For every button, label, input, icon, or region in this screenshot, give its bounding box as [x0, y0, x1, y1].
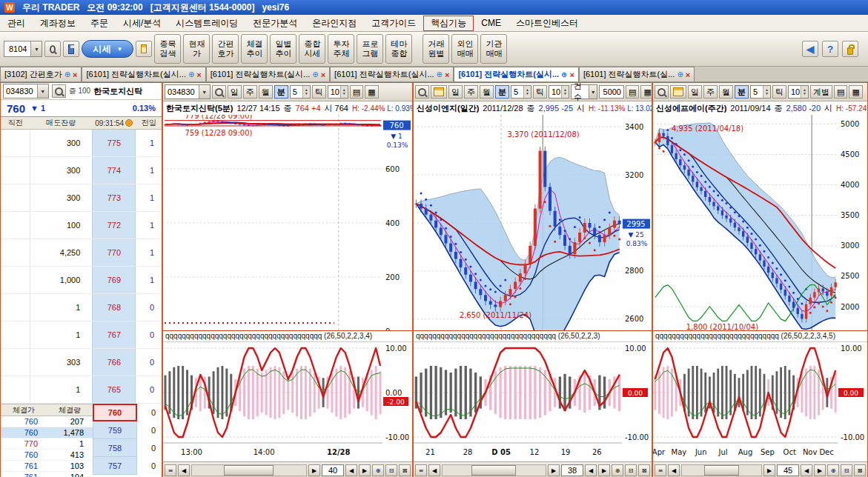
period-button[interactable]: 월 — [480, 85, 494, 99]
ask-row[interactable]: 3037660 — [1, 349, 162, 376]
menu-item[interactable]: 전문가분석 — [245, 16, 305, 31]
scroll-tool-button[interactable]: ⊠ — [638, 464, 650, 476]
scroll-tool-button[interactable]: ⊟ — [841, 464, 852, 476]
menu-item[interactable]: 시스템트레이딩 — [168, 16, 245, 31]
ask-price[interactable]: 766 — [92, 349, 136, 376]
ask-row[interactable]: 3007741 — [1, 157, 162, 184]
scroll-tool-button[interactable]: ⊠ — [399, 464, 411, 476]
pin-icon[interactable]: ⊕ — [312, 70, 318, 79]
ask-price[interactable]: 769 — [92, 267, 136, 293]
symbol-combo[interactable]: 034830▼ — [3, 84, 49, 99]
menu-item[interactable]: 시세/분석 — [116, 16, 168, 31]
toolbar-button[interactable]: 종합시세 — [299, 34, 325, 64]
bar-count-value[interactable]: 40 — [322, 464, 344, 476]
scroll-tool-button[interactable]: ⊕ — [372, 464, 384, 476]
scroll-button[interactable]: ▶ — [308, 464, 320, 476]
ask-price[interactable]: 768 — [92, 294, 136, 321]
count-combo[interactable]: 건수▼ — [571, 84, 597, 99]
tick-count-spinner[interactable]: 10▲▼ — [549, 85, 569, 99]
period-button[interactable]: 주 — [464, 85, 478, 99]
scroll-thumb[interactable] — [704, 465, 739, 476]
menu-item[interactable]: 주문 — [83, 16, 116, 31]
save-button[interactable] — [63, 41, 79, 57]
period-button[interactable]: 월 — [719, 85, 733, 99]
minute-spinner[interactable]: 5▲▼ — [750, 85, 771, 99]
toolbar-button[interactable]: 간편호가 — [212, 34, 239, 64]
window-button[interactable] — [670, 85, 686, 99]
toolbar-button[interactable]: 프로그램 — [357, 34, 383, 64]
close-icon[interactable]: × — [686, 70, 690, 79]
close-icon[interactable]: × — [196, 70, 201, 79]
tick-count-spinner[interactable]: 10▲▼ — [788, 85, 809, 99]
settings-icon[interactable] — [125, 119, 133, 127]
search-button[interactable] — [212, 85, 226, 99]
chart-tool-button[interactable]: ▦ — [640, 85, 652, 99]
ask-row[interactable]: 17670 — [1, 321, 162, 349]
ladder-price[interactable]: 757 — [93, 457, 137, 475]
price-chart[interactable]: 4,935 (2011/04/18)1,800 (2011/10/04)2000… — [653, 115, 867, 330]
period-button[interactable]: 주 — [243, 85, 257, 99]
menu-item[interactable]: 고객가이드 — [364, 16, 423, 31]
chevron-down-icon[interactable]: ▼ — [199, 85, 210, 99]
period-button[interactable]: 일 — [448, 85, 463, 99]
lock-button[interactable] — [842, 41, 858, 57]
oscillator-chart[interactable]: 10.000.00-10.00-2.0013:0014:0012/28 — [163, 342, 412, 461]
scroll-tool-button[interactable]: ◀ — [585, 464, 597, 476]
mode-button[interactable]: 시세▼ — [82, 40, 133, 58]
ask-price[interactable]: 767 — [92, 321, 136, 348]
scroll-track[interactable] — [681, 464, 762, 476]
price-chart[interactable]: 3,370 (2011/12/08)2,650 (2011/11/24)2600… — [414, 115, 652, 330]
tab-1[interactable]: [3102] 간편호가⊕× — [0, 67, 82, 81]
ask-row[interactable]: 3007751 — [1, 130, 162, 157]
ladder-price[interactable]: 758 — [93, 439, 137, 457]
ask-price[interactable]: 770 — [92, 239, 136, 266]
oscillator-chart[interactable]: 10.000.00-10.000.002128D 05121926 — [414, 342, 652, 461]
period-button[interactable]: 분 — [274, 85, 288, 99]
ladder-row[interactable]: 7600 — [93, 404, 162, 421]
search-button[interactable] — [52, 84, 66, 98]
ask-row[interactable]: 17650 — [1, 376, 162, 404]
ask-row[interactable]: 3007731 — [1, 184, 162, 212]
close-icon[interactable]: × — [569, 70, 574, 79]
ladder-price[interactable]: 760 — [93, 404, 137, 421]
scroll-tool-button[interactable]: ◀ — [801, 464, 812, 476]
scroll-button[interactable]: ◀ — [178, 464, 190, 476]
close-icon[interactable]: × — [73, 70, 77, 79]
tick-button[interactable]: 틱 — [772, 85, 786, 99]
ladder-row[interactable]: 7570 — [93, 457, 162, 475]
chevron-down-icon[interactable]: ▼ — [589, 85, 597, 99]
scroll-tool-button[interactable]: ⊟ — [625, 464, 637, 476]
new-window-button[interactable] — [136, 41, 152, 57]
scroll-button[interactable]: ◀ — [668, 464, 680, 476]
toolbar-button[interactable]: 종목검색 — [154, 34, 181, 64]
scroll-tool-button[interactable]: ▶ — [814, 464, 826, 476]
menu-item[interactable]: 계좌정보 — [33, 16, 83, 31]
bar-count-value[interactable]: 38 — [561, 464, 583, 476]
search-button[interactable] — [655, 85, 669, 99]
spinner-arrows[interactable]: ▲▼ — [801, 86, 808, 98]
ask-price[interactable]: 773 — [92, 184, 136, 211]
chart-tool-button[interactable]: ▤ — [834, 85, 847, 99]
tick-button[interactable]: 틱 — [312, 85, 326, 99]
scroll-button[interactable]: ▶ — [548, 464, 560, 476]
scroll-tool-button[interactable]: ⊟ — [385, 464, 397, 476]
symbol-combo[interactable]: 034830▼ — [165, 84, 211, 99]
menu-item[interactable]: 스마트인베스터 — [508, 16, 586, 31]
scroll-button[interactable]: ≡ — [655, 464, 666, 476]
menu-item[interactable]: 핵심기능 — [423, 16, 474, 31]
tab-3[interactable]: [6101] 전략실행차트(실시...⊕× — [206, 67, 330, 81]
ask-price[interactable]: 775 — [92, 130, 136, 156]
pin-icon[interactable]: ⊕ — [437, 70, 443, 79]
screen-no-combo[interactable]: 8104▼ — [4, 41, 42, 57]
toolbar-button[interactable]: 일별추이 — [270, 34, 296, 64]
close-icon[interactable]: × — [321, 70, 325, 79]
toolbar-button[interactable]: 거래원별 — [423, 34, 449, 64]
toolbar-button[interactable]: 외인매매 — [451, 34, 478, 64]
scroll-thumb[interactable] — [471, 465, 516, 476]
spinner-arrows[interactable]: ▲▼ — [340, 86, 348, 98]
ladder-price[interactable]: 759 — [93, 421, 137, 439]
tab-2[interactable]: [6101] 전략실행차트(실시...⊕× — [82, 67, 205, 81]
ask-price[interactable]: 774 — [92, 157, 136, 184]
pin-icon[interactable]: ⊕ — [677, 70, 683, 79]
scroll-button[interactable]: ◀ — [428, 464, 440, 476]
